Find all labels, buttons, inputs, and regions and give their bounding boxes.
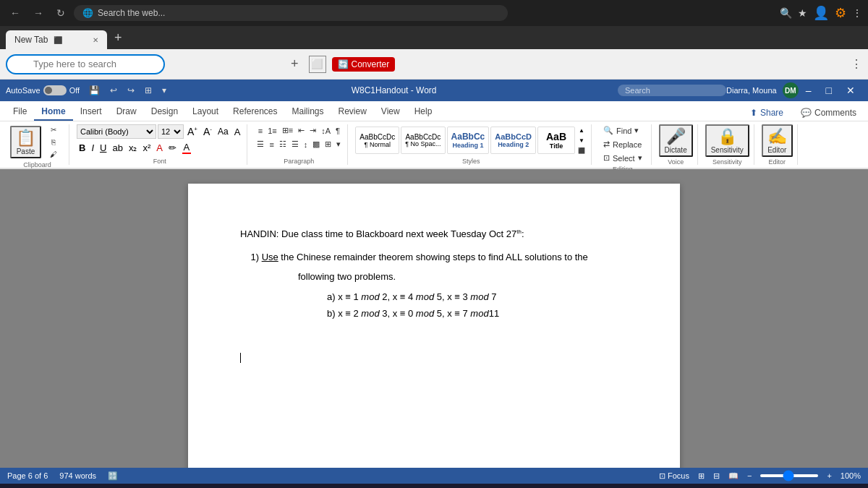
word-search-input[interactable] [618, 85, 726, 96]
font-aa-button[interactable]: Aa [216, 126, 231, 137]
format-painter-button[interactable]: 🖌 [43, 149, 64, 160]
sort-button[interactable]: ↕A [319, 125, 333, 137]
superscript-button[interactable]: x² [140, 142, 153, 154]
style-heading1[interactable]: AaBbCc Heading 1 [447, 127, 490, 154]
profile-icon[interactable]: 👤 [813, 5, 829, 21]
bullets-button[interactable]: ≡ [256, 125, 265, 137]
save-button[interactable]: 💾 [85, 84, 103, 97]
bookmark-icon[interactable]: ★ [798, 7, 807, 19]
underline-button[interactable]: U [98, 142, 109, 154]
increase-indent-button[interactable]: ⇥ [307, 124, 318, 137]
comments-label: Comments [814, 108, 856, 118]
bold-button[interactable]: B [77, 142, 88, 154]
tab-home[interactable]: Home [34, 103, 72, 121]
replace-button[interactable]: ⇄ Replace [599, 138, 646, 150]
view-web-icon[interactable]: ⊟ [713, 471, 720, 481]
touch-mode-button[interactable]: ⊞ [141, 84, 156, 97]
forward-button[interactable]: → [29, 4, 48, 22]
account-icon[interactable]: ⚙ [835, 5, 846, 21]
menu-dots-icon[interactable]: ⋮ [852, 7, 862, 19]
paste-button[interactable]: 📋 Paste [10, 126, 41, 158]
undo-button[interactable]: ↩ [106, 84, 121, 97]
refresh-button[interactable]: ↻ [52, 4, 69, 22]
find-dropdown[interactable]: ▾ [634, 126, 639, 135]
tab-help[interactable]: Help [407, 103, 440, 121]
zoom-plus[interactable]: + [827, 471, 831, 480]
tab-view[interactable]: View [374, 103, 407, 121]
tab-layout[interactable]: Layout [185, 103, 226, 121]
editor-button[interactable]: ✍ Editor [762, 124, 793, 157]
clear-format-button[interactable]: A [232, 126, 243, 138]
font-color-button[interactable]: A [154, 142, 165, 154]
converter-extension-button[interactable]: 🔄 Converter [332, 57, 396, 72]
multilevel-list-button[interactable]: ⊞≡ [280, 124, 295, 137]
find-button[interactable]: 🔍 Find ▾ [599, 124, 643, 137]
italic-button[interactable]: I [89, 142, 96, 154]
highlight-button[interactable]: ✏ [166, 142, 179, 154]
copy-button[interactable]: ⎘ [43, 137, 64, 147]
window-button[interactable]: ⬜ [309, 56, 326, 73]
align-right-button[interactable]: ☷ [277, 138, 289, 150]
tab-design[interactable]: Design [144, 103, 185, 121]
view-read-icon[interactable]: 📖 [728, 471, 739, 481]
select-dropdown[interactable]: ▾ [638, 153, 642, 163]
minimize-button[interactable]: – [799, 80, 819, 101]
view-normal-icon[interactable]: ⊞ [698, 471, 705, 481]
tab-draw[interactable]: Draw [109, 103, 144, 121]
redo-button[interactable]: ↪ [124, 84, 138, 97]
browser-address-bar[interactable]: 🌐 Search the web... [74, 5, 508, 21]
tab-review[interactable]: Review [331, 103, 374, 121]
tab-insert[interactable]: Insert [73, 103, 109, 121]
style-no-spacing[interactable]: AaBbCcDc ¶ No Spac... [401, 127, 445, 154]
styles-expand[interactable]: ⬛ [576, 146, 587, 155]
borders-button[interactable]: ⊞ [323, 138, 333, 150]
styles-scroll-down[interactable]: ▼ [576, 136, 587, 145]
decrease-indent-button[interactable]: ⇤ [296, 124, 307, 137]
strikethrough-button[interactable]: ab [110, 142, 124, 154]
customize-button[interactable]: ▾ [158, 84, 170, 97]
font-size-select[interactable]: 12 [158, 124, 184, 139]
justify-button[interactable]: ☰ [289, 138, 301, 150]
styles-scroll-up[interactable]: ▲ [576, 126, 587, 135]
new-tab-button[interactable]: + [109, 30, 128, 46]
style-normal[interactable]: AaBbCcDc ¶ Normal [355, 127, 399, 154]
align-left-button[interactable]: ☰ [255, 138, 266, 150]
show-marks-button[interactable]: ¶ [333, 125, 342, 137]
increase-font-button[interactable]: A+ [185, 125, 200, 138]
tab-mailings[interactable]: Mailings [284, 103, 331, 121]
tab-close-button[interactable]: ✕ [93, 36, 98, 44]
sensitivity-button[interactable]: 🔒 Sensitivity [705, 124, 749, 157]
add-tab-button[interactable]: + [286, 56, 303, 72]
zoom-slider[interactable] [760, 474, 818, 477]
shading-button[interactable]: ▩ [310, 138, 322, 150]
dictate-button[interactable]: 🎤 Dictate [659, 124, 693, 157]
share-button[interactable]: ⬆ Share [744, 105, 789, 121]
numbering-button[interactable]: 1≡ [265, 125, 279, 137]
borders-dropdown[interactable]: ▾ [334, 138, 343, 150]
tab-new-tab[interactable]: New Tab ⬛ ✕ [6, 30, 107, 49]
font-name-select[interactable]: Calibri (Body) [77, 124, 156, 139]
user-avatar[interactable]: DM [783, 82, 799, 98]
style-heading2[interactable]: AaBbCcD Heading 2 [490, 127, 536, 154]
style-title[interactable]: AaB Title [537, 127, 575, 154]
autosave-toggle[interactable] [43, 85, 67, 95]
subscript-button[interactable]: x₂ [127, 142, 140, 154]
close-button[interactable]: ✕ [839, 80, 862, 101]
tab-file[interactable]: File [6, 103, 34, 121]
zoom-minus[interactable]: − [747, 471, 752, 480]
tab-references[interactable]: References [226, 103, 284, 121]
back-button[interactable]: ← [6, 4, 25, 22]
line-spacing-button[interactable]: ↕ [302, 139, 310, 150]
select-button[interactable]: ⊡ Select ▾ [599, 152, 647, 164]
decrease-font-button[interactable]: A- [201, 125, 214, 138]
address-more-options[interactable]: ⋮ [851, 57, 862, 71]
comments-button[interactable]: 💬 Comments [795, 105, 862, 121]
maximize-button[interactable]: □ [819, 80, 839, 101]
search-input[interactable] [6, 54, 165, 74]
align-center-button[interactable]: ≡ [267, 139, 276, 150]
text-color-button[interactable]: A [180, 141, 193, 155]
document-page[interactable]: HANDIN: Due class time to Blackboard nex… [188, 184, 680, 468]
cut-button[interactable]: ✂ [43, 124, 64, 135]
focus-button[interactable]: ⊡ Focus [659, 471, 689, 481]
search-icon[interactable]: 🔍 [780, 7, 792, 19]
